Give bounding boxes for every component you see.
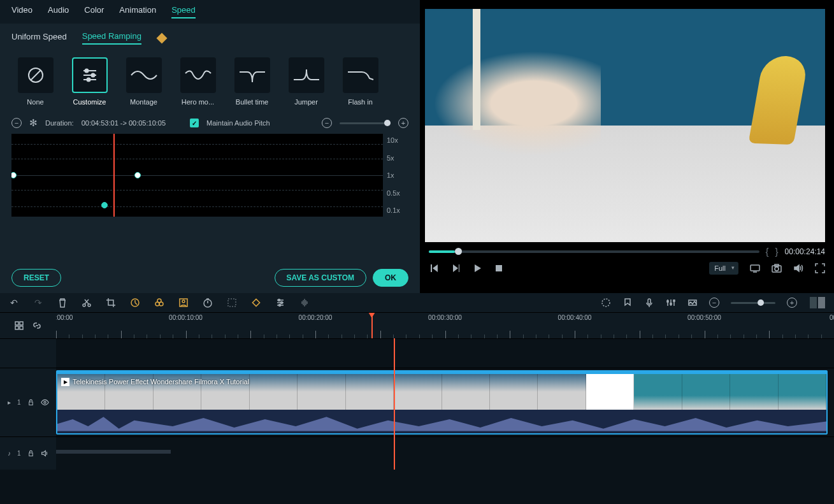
audio-track-label: 1 xyxy=(17,450,21,457)
track-manager-button[interactable] xyxy=(14,320,24,331)
ruler-label: 00:00:10:00 xyxy=(169,314,203,321)
undo-button[interactable]: ↶ xyxy=(9,298,19,308)
zoom-in-timeline-button[interactable]: + xyxy=(787,298,797,308)
main-tabs: Video Audio Color Animation Speed xyxy=(0,0,420,24)
mute-icon[interactable] xyxy=(41,449,49,457)
split-button[interactable] xyxy=(82,298,92,308)
mark-out-icon[interactable]: } xyxy=(775,246,779,257)
lock-track-icon[interactable] xyxy=(27,399,34,406)
color-button[interactable] xyxy=(154,298,164,308)
prev-frame-button[interactable] xyxy=(429,263,439,273)
preset-hero-moment[interactable]: Hero mo... xyxy=(174,57,222,106)
curve-playhead[interactable] xyxy=(113,134,115,217)
fullscreen-button[interactable] xyxy=(815,263,825,273)
visibility-icon[interactable] xyxy=(41,398,49,407)
tab-animation[interactable]: Animation xyxy=(119,5,156,18)
video-clip[interactable]: Telekinesis Power Effect Wondershare Fil… xyxy=(56,370,828,435)
play-button[interactable] xyxy=(472,263,482,273)
render-button[interactable] xyxy=(601,298,611,308)
zoom-out-timeline-button[interactable]: − xyxy=(709,298,719,308)
keyframe-button[interactable] xyxy=(251,298,261,308)
ruler-label: 00:00:30:00 xyxy=(428,314,462,321)
ruler-label: 00:00:50:00 xyxy=(687,314,721,321)
preset-flashin-label: Flash in xyxy=(336,98,384,106)
zoom-out-curve-button[interactable]: − xyxy=(322,118,332,128)
ok-button[interactable]: OK xyxy=(373,269,408,287)
step-back-button[interactable] xyxy=(450,263,461,273)
stop-button[interactable] xyxy=(494,263,504,273)
timeline-playhead[interactable] xyxy=(371,313,373,338)
tab-speed[interactable]: Speed xyxy=(171,5,196,18)
tab-video[interactable]: Video xyxy=(11,5,32,18)
tab-speed-ramping[interactable]: Speed Ramping xyxy=(82,31,141,45)
duration-button[interactable] xyxy=(203,298,213,308)
maintain-pitch-checkbox[interactable]: ✓ xyxy=(190,119,199,127)
remove-keyframe-button[interactable]: − xyxy=(11,118,22,128)
tab-uniform-speed[interactable]: Uniform Speed xyxy=(11,32,67,44)
duration-value: 00:04:53:01 -> 00:05:10:05 xyxy=(82,119,166,127)
audio-track-1: ♪ 1 xyxy=(0,436,834,470)
curve-handle-3[interactable] xyxy=(134,172,141,178)
save-as-custom-button[interactable]: SAVE AS CUSTOM xyxy=(275,269,366,287)
svg-rect-40 xyxy=(20,326,23,329)
lock-audio-icon[interactable] xyxy=(27,450,34,457)
preset-flash-in[interactable]: Flash in xyxy=(336,57,384,106)
redo-button[interactable]: ↷ xyxy=(33,298,43,308)
panel-buttons: RESET SAVE AS CUSTOM OK xyxy=(0,263,420,293)
link-button[interactable] xyxy=(32,320,42,331)
snapshot-button[interactable] xyxy=(772,263,782,273)
preset-customize[interactable]: Customize xyxy=(66,57,113,106)
display-button[interactable] xyxy=(750,263,760,273)
preset-montage[interactable]: Montage xyxy=(120,57,168,106)
svg-rect-32 xyxy=(648,299,651,304)
preset-none[interactable]: None xyxy=(11,57,59,106)
delete-button[interactable] xyxy=(57,298,68,308)
timeline-scrollbar[interactable] xyxy=(56,450,171,454)
svg-point-14 xyxy=(83,304,85,306)
curve-handle-2[interactable] xyxy=(101,202,108,208)
tracks-playhead[interactable] xyxy=(394,338,395,470)
adjust-button[interactable] xyxy=(275,298,285,308)
tab-color[interactable]: Color xyxy=(84,5,104,18)
svg-point-21 xyxy=(182,300,185,303)
ruler-label: 00:00:40:00 xyxy=(558,314,592,321)
y-label-01x: 0.1x xyxy=(387,206,408,214)
speed-panel: Video Audio Color Animation Speed Unifor… xyxy=(0,0,420,293)
playback-slider[interactable] xyxy=(429,250,759,253)
preview-quality-select[interactable]: Full xyxy=(709,262,738,275)
timeline-ruler[interactable]: 00:00:00:0000:00:10:0000:00:20:0000:00:3… xyxy=(56,313,834,338)
preset-none-label: None xyxy=(11,98,59,106)
tab-audio[interactable]: Audio xyxy=(48,5,69,18)
green-screen-button[interactable] xyxy=(178,298,189,308)
view-toggle[interactable] xyxy=(809,297,825,308)
zoom-in-curve-button[interactable]: + xyxy=(398,118,408,128)
preset-jumper[interactable]: Jumper xyxy=(282,57,330,106)
curve-zoom-slider[interactable] xyxy=(340,122,391,124)
svg-point-18 xyxy=(155,302,159,306)
thumbnail-button[interactable] xyxy=(687,298,698,308)
speed-timeline-button[interactable] xyxy=(130,298,140,308)
preset-bullet-time[interactable]: Bullet time xyxy=(228,57,276,106)
audio-mixer-button[interactable] xyxy=(666,298,676,308)
mark-in-icon[interactable]: { xyxy=(766,246,769,257)
reset-button[interactable]: RESET xyxy=(11,269,61,287)
crop-button[interactable] xyxy=(106,298,116,308)
audio-wave-button[interactable] xyxy=(299,298,310,308)
freeze-frame-icon[interactable]: ✻ xyxy=(29,117,38,129)
svg-point-15 xyxy=(88,304,90,306)
svg-rect-37 xyxy=(15,322,18,325)
volume-button[interactable] xyxy=(793,263,803,273)
timeline: ↶ ↷ − + 00:00:00:0000: xyxy=(0,293,834,470)
speed-curve-graph[interactable] xyxy=(11,134,383,217)
record-vo-button[interactable] xyxy=(644,298,654,308)
speed-presets: None Customize Montage Hero mo... Bullet… xyxy=(0,51,420,112)
marker-button[interactable] xyxy=(622,298,633,308)
fit-button[interactable] xyxy=(227,298,237,308)
timeline-zoom-slider[interactable] xyxy=(731,302,775,304)
preview-video[interactable] xyxy=(425,9,825,242)
curve-y-axis: 10x 5x 1x 0.5x 0.1x xyxy=(387,134,408,217)
svg-point-3 xyxy=(85,69,88,73)
svg-rect-9 xyxy=(751,265,759,271)
clip-title: Telekinesis Power Effect Wondershare Fil… xyxy=(73,378,249,385)
duration-label: Duration: xyxy=(45,119,74,127)
